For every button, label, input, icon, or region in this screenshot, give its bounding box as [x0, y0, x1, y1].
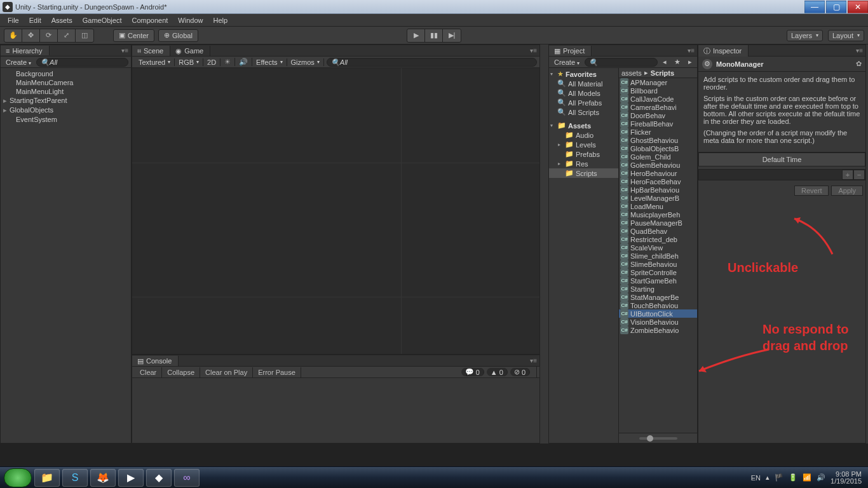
project-file-item[interactable]: C#Slime_childBeh — [619, 252, 697, 260]
mediaplayer-taskbar-icon[interactable]: ▶ — [118, 469, 144, 487]
menu-component[interactable]: Component — [126, 15, 173, 25]
hierarchy-search-input[interactable]: 🔍All — [36, 58, 128, 67]
project-file-item[interactable]: C#StartGameBeh — [619, 276, 697, 285]
project-create-dropdown[interactable]: Create ▾ — [552, 58, 582, 66]
scene-search-input[interactable]: 🔍All — [327, 58, 537, 67]
scene-tab[interactable]: ⌗Scene — [132, 46, 170, 56]
layout-dropdown[interactable]: Layout▾ — [828, 30, 864, 41]
project-file-item[interactable]: C#ZombieBehavio — [619, 326, 697, 334]
menu-window[interactable]: Window — [173, 15, 208, 25]
explorer-taskbar-icon[interactable]: 📁 — [34, 469, 60, 487]
console-menu-icon[interactable]: ▾≡ — [530, 357, 537, 364]
project-file-item[interactable]: C#GolemBehaviou — [619, 161, 697, 169]
tray-clock[interactable]: 9:08 PM1/19/2015 — [831, 471, 862, 485]
console-tab[interactable]: ▤Console — [132, 356, 179, 366]
project-file-item[interactable]: C#MusicplayerBeh — [619, 210, 697, 219]
hierarchy-item[interactable]: MainMenuLight — [1, 87, 131, 96]
project-save-search-icon[interactable]: ▸ — [686, 58, 695, 66]
inspector-settings-icon[interactable]: ✿ — [856, 60, 862, 68]
project-file-item[interactable]: C#QuadBehav — [619, 227, 697, 235]
project-file-item[interactable]: C#CameraBehavi — [619, 103, 697, 111]
scene-audio-toggle[interactable]: 🔊 — [235, 58, 252, 66]
play-button[interactable]: ▶ — [407, 29, 425, 42]
console-clear-on-play-button[interactable]: Clear on Play — [200, 367, 253, 377]
step-button[interactable]: ▶| — [443, 29, 461, 42]
project-menu-icon[interactable]: ▾≡ — [688, 47, 695, 54]
project-file-item[interactable]: C#HpBarBehaviou — [619, 186, 697, 194]
favorite-item[interactable]: 🔍All Models — [549, 88, 618, 98]
visualstudio-taskbar-icon[interactable]: ∞ — [174, 469, 200, 487]
unity-taskbar-icon[interactable]: ◆ — [146, 469, 172, 487]
start-button[interactable] — [4, 468, 32, 487]
menu-assets[interactable]: Assets — [46, 15, 78, 25]
hierarchy-menu-icon[interactable]: ▾≡ — [121, 47, 128, 54]
revert-button[interactable]: Revert — [794, 186, 829, 196]
scene-view[interactable] — [132, 68, 539, 354]
project-file-item[interactable]: C#DoorBehav — [619, 111, 697, 119]
remove-script-button[interactable]: − — [853, 170, 865, 180]
minimize-button[interactable]: — — [804, 1, 825, 13]
project-file-item[interactable]: C#HeroBehaviour — [619, 169, 697, 177]
folder-item[interactable]: 📁Audio — [549, 130, 618, 140]
favorite-item[interactable]: 🔍All Material — [549, 79, 618, 88]
tray-volume-icon[interactable]: 🔊 — [817, 473, 825, 482]
project-file-item[interactable]: C#Starting — [619, 285, 697, 293]
tray-network-icon[interactable]: 📶 — [803, 473, 811, 482]
apply-button[interactable]: Apply — [831, 186, 863, 196]
tray-language[interactable]: EN — [751, 474, 761, 482]
menu-edit[interactable]: Edit — [24, 15, 46, 25]
scene-render-dropdown[interactable]: RGB▾ — [175, 58, 203, 66]
add-script-button[interactable]: + — [842, 170, 853, 180]
project-file-item[interactable]: C#StatManagerBe — [619, 293, 697, 301]
project-file-item[interactable]: C#CallJavaCode — [619, 95, 697, 103]
hierarchy-item[interactable]: Background — [1, 69, 131, 78]
project-file-item[interactable]: C#TouchBehaviou — [619, 301, 697, 309]
folder-item[interactable]: 📁Prefabs — [549, 149, 618, 159]
scene-2d-toggle[interactable]: 2D — [203, 58, 220, 66]
console-collapse-button[interactable]: Collapse — [162, 367, 200, 377]
console-clear-button[interactable]: Clear — [135, 367, 162, 377]
favorites-header[interactable]: ▾★Favorites — [549, 69, 618, 79]
project-file-item[interactable]: C#FireballBehav — [619, 119, 697, 128]
tray-chevron-icon[interactable]: ▴ — [766, 473, 770, 482]
skype-taskbar-icon[interactable]: S — [62, 469, 88, 487]
project-file-item[interactable]: C#VisionBehaviou — [619, 318, 697, 326]
project-search-input[interactable]: 🔍 — [585, 58, 658, 67]
hierarchy-tab[interactable]: ≡Hierarchy — [1, 46, 50, 55]
hierarchy-create-dropdown[interactable]: Create ▾ — [3, 58, 34, 66]
project-file-item[interactable]: C#UIButtonClick — [619, 309, 697, 318]
scene-light-toggle[interactable]: ☀ — [220, 58, 235, 66]
firefox-taskbar-icon[interactable]: 🦊 — [90, 469, 116, 487]
project-filter-icon[interactable]: ◂ — [660, 58, 669, 66]
hierarchy-item[interactable]: ▸GlobalObjects — [1, 105, 131, 115]
favorite-item[interactable]: 🔍All Scripts — [549, 107, 618, 117]
assets-header[interactable]: ▾📁Assets — [549, 121, 618, 130]
console-error-pause-button[interactable]: Error Pause — [253, 367, 301, 377]
hand-tool[interactable]: ✋ — [4, 29, 22, 42]
project-file-item[interactable]: C#GlobalObjectsB — [619, 144, 697, 152]
project-file-item[interactable]: C#APManager — [619, 78, 697, 86]
script-order-slot[interactable]: + − — [698, 169, 865, 180]
project-file-item[interactable]: C#Golem_Child — [619, 152, 697, 161]
project-file-item[interactable]: C#SlimeBehaviou — [619, 260, 697, 268]
scene-effects-dropdown[interactable]: Effects▾ — [252, 58, 287, 66]
tray-battery-icon[interactable]: 🔋 — [789, 473, 797, 482]
console-warn-count[interactable]: ▲0 — [487, 368, 508, 376]
hierarchy-item[interactable]: EventSystem — [1, 115, 131, 124]
scene-menu-icon[interactable]: ▾≡ — [530, 47, 537, 54]
favorite-item[interactable]: 🔍All Prefabs — [549, 98, 618, 107]
project-file-item[interactable]: C#SpriteControlle — [619, 268, 697, 276]
project-file-item[interactable]: C#LevelManagerB — [619, 194, 697, 202]
project-label-filter-icon[interactable]: ★ — [672, 58, 683, 66]
tray-flag-icon[interactable]: 🏴 — [775, 473, 783, 482]
maximize-button[interactable]: ▢ — [826, 1, 846, 13]
inspector-menu-icon[interactable]: ▾≡ — [856, 47, 863, 54]
layers-dropdown[interactable]: Layers▾ — [787, 30, 823, 41]
pivot-mode-toggle[interactable]: ▣Center — [113, 29, 154, 42]
scale-tool[interactable]: ⤢ — [58, 29, 76, 42]
console-error-count[interactable]: ⊘0 — [510, 368, 530, 376]
hierarchy-item[interactable]: ▸StartingTextParent — [1, 96, 131, 105]
close-button[interactable]: ✕ — [848, 1, 868, 13]
rect-tool[interactable]: ◫ — [76, 29, 93, 42]
move-tool[interactable]: ✥ — [22, 29, 40, 42]
